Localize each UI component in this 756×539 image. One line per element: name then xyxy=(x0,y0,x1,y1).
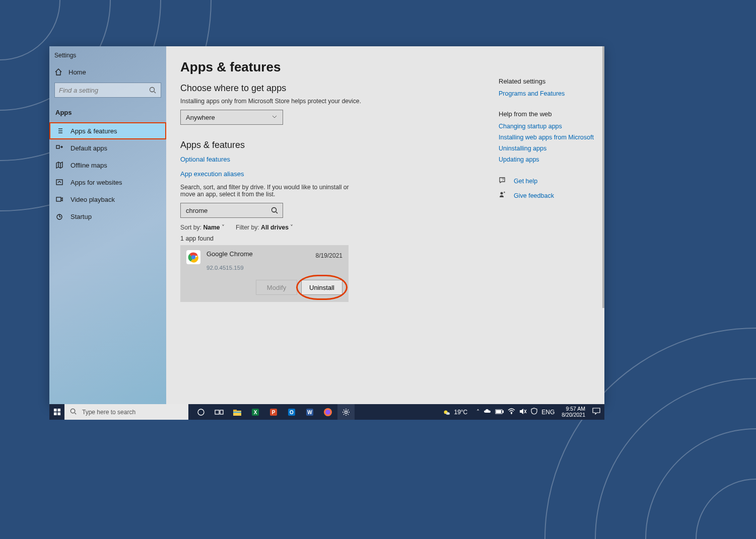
scrollbar[interactable] xyxy=(602,46,604,308)
modify-button: Modify xyxy=(256,280,297,295)
svg-rect-13 xyxy=(56,180,62,185)
taskbar-search[interactable]: Type here to search xyxy=(64,404,188,420)
svg-point-18 xyxy=(272,208,277,212)
video-icon xyxy=(55,195,63,203)
taskbar-app-explorer[interactable] xyxy=(229,404,246,420)
svg-rect-33 xyxy=(215,410,219,414)
app-search-box[interactable] xyxy=(180,203,283,218)
search-description: Search, sort, and filter by drive. If yo… xyxy=(180,184,352,198)
wifi-icon[interactable] xyxy=(508,408,515,416)
taskbar-app-powerpoint[interactable]: P xyxy=(265,404,282,420)
app-version: 92.0.4515.159 xyxy=(207,265,310,271)
help-link[interactable]: Updating apps xyxy=(499,156,594,163)
related-settings-heading: Related settings xyxy=(499,78,594,85)
svg-rect-28 xyxy=(53,412,56,415)
svg-line-31 xyxy=(75,413,76,414)
page-title: Apps & features xyxy=(180,59,479,75)
home-label: Home xyxy=(68,68,86,76)
app-name: Google Chrome xyxy=(207,250,310,258)
sidebar-item-startup[interactable]: Startup xyxy=(49,208,166,225)
chevron-down-icon xyxy=(271,114,278,121)
home-button[interactable]: Home xyxy=(49,64,166,80)
app-list-item[interactable]: Google Chrome 92.0.4515.159 8/19/2021 Mo… xyxy=(180,245,349,302)
sidebar-item-video-playback[interactable]: Video playback xyxy=(49,191,166,208)
feedback-icon xyxy=(499,191,507,200)
system-tray: 19°C ˄ ENG 9:57 AM 8/20/2021 xyxy=(439,406,604,418)
sort-filter-row: Sort by: Name ˅ Filter by: All drives ˅ xyxy=(180,224,479,231)
svg-rect-14 xyxy=(56,197,61,201)
taskbar-clock[interactable]: 9:57 AM 8/20/2021 xyxy=(559,406,588,418)
battery-icon[interactable] xyxy=(495,409,504,416)
svg-rect-51 xyxy=(503,411,504,413)
cortana-button[interactable] xyxy=(192,404,210,420)
security-icon[interactable] xyxy=(531,408,537,416)
sidebar-item-label: Apps & features xyxy=(71,127,117,135)
app-search-input[interactable] xyxy=(186,207,270,214)
source-description: Installing apps only from Microsoft Stor… xyxy=(180,98,479,105)
start-button[interactable] xyxy=(49,404,64,420)
sidebar-item-label: Offline maps xyxy=(71,162,107,169)
svg-rect-12 xyxy=(56,145,59,148)
settings-window: Settings Home Apps Apps & features Defau… xyxy=(49,46,604,404)
content-area: Apps & features Choose where to get apps… xyxy=(166,46,604,404)
taskbar-app-word[interactable]: W xyxy=(301,404,318,420)
search-icon xyxy=(70,408,77,417)
help-link[interactable]: Installing web apps from Microsoft xyxy=(499,134,594,141)
svg-rect-26 xyxy=(53,409,56,412)
taskbar-app-settings[interactable] xyxy=(337,404,355,420)
taskbar-search-placeholder: Type here to search xyxy=(82,409,135,416)
task-view-button[interactable] xyxy=(211,404,228,420)
map-icon xyxy=(55,161,63,169)
source-heading: Choose where to get apps xyxy=(180,83,479,94)
sort-by-control[interactable]: Sort by: Name ˅ xyxy=(180,224,225,231)
svg-point-53 xyxy=(511,413,512,414)
taskbar-app-firefox[interactable] xyxy=(319,404,336,420)
sidebar-item-label: Video playback xyxy=(71,196,115,203)
svg-rect-36 xyxy=(233,410,237,411)
taskbar-app-outlook[interactable]: O xyxy=(283,404,300,420)
app-source-select[interactable]: Anywhere xyxy=(180,110,283,125)
default-apps-icon xyxy=(55,144,63,152)
give-feedback-link[interactable]: Give feedback xyxy=(499,191,594,200)
onedrive-icon[interactable] xyxy=(484,409,491,416)
sidebar-category: Apps xyxy=(49,105,166,122)
apps-found-count: 1 app found xyxy=(180,235,479,242)
sidebar-item-offline-maps[interactable]: Offline maps xyxy=(49,157,166,174)
taskbar: Type here to search X P O W 19°C ˄ ENG 9… xyxy=(49,404,604,420)
help-link[interactable]: Changing startup apps xyxy=(499,123,594,130)
help-web-heading: Help from the web xyxy=(499,110,594,118)
app-aliases-link[interactable]: App execution aliases xyxy=(180,170,244,178)
svg-point-30 xyxy=(71,409,75,413)
sidebar-item-label: Default apps xyxy=(71,144,107,152)
filter-by-control[interactable]: Filter by: All drives ˅ xyxy=(236,224,293,231)
home-icon xyxy=(54,68,62,76)
sidebar-item-label: Startup xyxy=(71,213,92,220)
programs-features-link[interactable]: Programs and Features xyxy=(499,90,594,97)
sidebar-search-input[interactable] xyxy=(59,87,149,94)
optional-features-link[interactable]: Optional features xyxy=(180,156,230,163)
tray-chevron-icon[interactable]: ˄ xyxy=(476,409,479,416)
volume-icon[interactable] xyxy=(519,408,527,416)
action-center-icon[interactable] xyxy=(592,408,600,416)
svg-point-48 xyxy=(345,411,348,413)
svg-line-5 xyxy=(154,92,156,93)
help-link[interactable]: Uninstalling apps xyxy=(499,145,594,152)
window-title: Settings xyxy=(49,50,166,64)
svg-text:W: W xyxy=(307,410,312,415)
weather-widget[interactable]: 19°C xyxy=(443,408,467,416)
svg-rect-29 xyxy=(57,412,60,415)
sidebar-item-apps-features[interactable]: Apps & features xyxy=(49,122,166,139)
startup-icon xyxy=(55,212,63,220)
svg-line-19 xyxy=(276,212,278,213)
chevron-down-icon: ˅ xyxy=(222,224,225,231)
app-install-date: 8/19/2021 xyxy=(316,252,342,271)
uninstall-button[interactable]: Uninstall xyxy=(301,280,342,295)
get-help-link[interactable]: ? Get help xyxy=(499,176,594,186)
svg-point-4 xyxy=(150,88,155,92)
sidebar-search[interactable] xyxy=(54,83,161,98)
sidebar-item-apps-websites[interactable]: Apps for websites xyxy=(49,174,166,191)
taskbar-app-excel[interactable]: X xyxy=(247,404,264,420)
language-indicator[interactable]: ENG xyxy=(541,409,555,416)
search-icon xyxy=(270,206,279,214)
sidebar-item-default-apps[interactable]: Default apps xyxy=(49,139,166,157)
